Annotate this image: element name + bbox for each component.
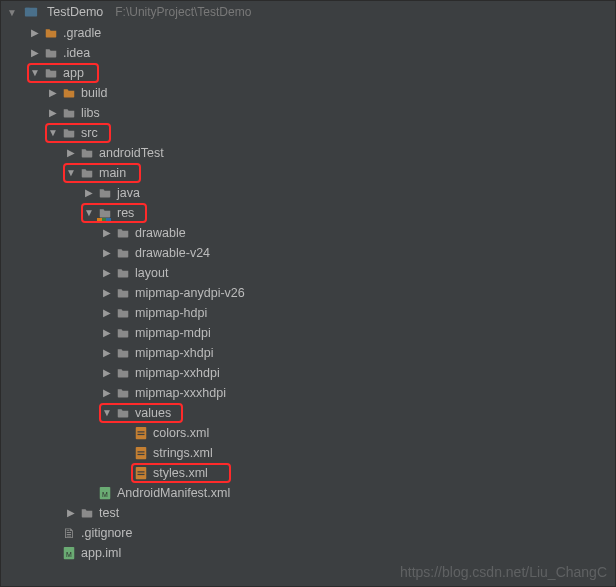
chevron-right-icon[interactable] bbox=[101, 363, 113, 383]
folder-icon bbox=[115, 405, 131, 421]
tree-row[interactable]: build bbox=[1, 83, 615, 103]
tree-row[interactable]: mipmap-xxxhdpi bbox=[1, 383, 615, 403]
folder-icon bbox=[115, 285, 131, 301]
chevron-right-icon[interactable] bbox=[65, 503, 77, 523]
chevron-right-icon[interactable] bbox=[29, 43, 41, 63]
text-file-icon: 🗎 bbox=[61, 525, 77, 541]
tree-item-label: res bbox=[117, 203, 134, 223]
chevron-down-icon[interactable] bbox=[65, 163, 77, 183]
folder-icon bbox=[61, 85, 77, 101]
tree-row[interactable]: src bbox=[1, 123, 615, 143]
tree-row[interactable]: .idea bbox=[1, 43, 615, 63]
folder-icon bbox=[115, 385, 131, 401]
project-header: TestDemo F:\UnityProject\TestDemo bbox=[1, 1, 615, 23]
tree-item-label: drawable-v24 bbox=[135, 243, 210, 263]
tree-item-label: mipmap-hdpi bbox=[135, 303, 207, 323]
tree-item-label: app.iml bbox=[81, 543, 121, 563]
tree-item-label: java bbox=[117, 183, 140, 203]
tree-row[interactable]: MAndroidManifest.xml bbox=[1, 483, 615, 503]
project-path: F:\UnityProject\TestDemo bbox=[115, 5, 251, 19]
chevron-right-icon[interactable] bbox=[101, 243, 113, 263]
chevron-down-icon[interactable] bbox=[101, 403, 113, 423]
chevron-down-icon[interactable] bbox=[83, 203, 95, 223]
svg-rect-8 bbox=[136, 467, 147, 479]
tree-row[interactable]: Mapp.iml bbox=[1, 543, 615, 563]
tree-row[interactable]: layout bbox=[1, 263, 615, 283]
tree-row[interactable]: java bbox=[1, 183, 615, 203]
folder-icon bbox=[61, 125, 77, 141]
folder-icon bbox=[79, 145, 95, 161]
tree-item-label: values bbox=[135, 403, 171, 423]
chevron-right-icon[interactable] bbox=[101, 263, 113, 283]
tree-item-label: .gradle bbox=[63, 23, 101, 43]
tree-row[interactable]: res bbox=[1, 203, 615, 223]
folder-icon bbox=[115, 245, 131, 261]
tree-row[interactable]: mipmap-xxhdpi bbox=[1, 363, 615, 383]
tree-row[interactable]: .gradle bbox=[1, 23, 615, 43]
tree-row[interactable]: values bbox=[1, 403, 615, 423]
tree-item-label: androidTest bbox=[99, 143, 164, 163]
tree-item-label: mipmap-xxhdpi bbox=[135, 363, 220, 383]
folder-icon bbox=[115, 225, 131, 241]
svg-rect-7 bbox=[138, 454, 145, 455]
folder-icon bbox=[43, 25, 59, 41]
tree-row[interactable]: mipmap-anydpi-v26 bbox=[1, 283, 615, 303]
chevron-right-icon[interactable] bbox=[101, 223, 113, 243]
svg-rect-3 bbox=[138, 431, 145, 432]
tree-row[interactable]: drawable bbox=[1, 223, 615, 243]
tree-row[interactable]: app bbox=[1, 63, 615, 83]
folder-icon bbox=[115, 305, 131, 321]
chevron-right-icon[interactable] bbox=[101, 303, 113, 323]
tree-row[interactable]: mipmap-xhdpi bbox=[1, 343, 615, 363]
folder-res-icon bbox=[97, 205, 113, 221]
tree-row[interactable]: 🗎.gitignore bbox=[1, 523, 615, 543]
tree-item-label: AndroidManifest.xml bbox=[117, 483, 230, 503]
project-expand-arrow[interactable] bbox=[7, 7, 17, 18]
tree-row[interactable]: styles.xml bbox=[1, 463, 615, 483]
folder-icon bbox=[115, 345, 131, 361]
chevron-right-icon[interactable] bbox=[101, 383, 113, 403]
chevron-down-icon[interactable] bbox=[29, 63, 41, 83]
chevron-right-icon[interactable] bbox=[65, 143, 77, 163]
chevron-right-icon[interactable] bbox=[47, 83, 59, 103]
manifest-file-icon: M bbox=[97, 485, 113, 501]
chevron-down-icon[interactable] bbox=[47, 123, 59, 143]
tree-row[interactable]: drawable-v24 bbox=[1, 243, 615, 263]
tree-item-label: .gitignore bbox=[81, 523, 132, 543]
folder-icon bbox=[43, 65, 59, 81]
svg-rect-1 bbox=[25, 8, 30, 11]
tree-row[interactable]: strings.xml bbox=[1, 443, 615, 463]
tree-item-label: main bbox=[99, 163, 126, 183]
project-tree[interactable]: .gradle.ideaappbuildlibssrcandroidTestma… bbox=[1, 23, 615, 563]
chevron-right-icon[interactable] bbox=[83, 183, 95, 203]
tree-item-label: mipmap-anydpi-v26 bbox=[135, 283, 245, 303]
tree-item-label: drawable bbox=[135, 223, 186, 243]
folder-icon bbox=[79, 505, 95, 521]
manifest-file-icon: M bbox=[61, 545, 77, 561]
folder-icon bbox=[97, 185, 113, 201]
tree-row[interactable]: colors.xml bbox=[1, 423, 615, 443]
folder-icon bbox=[115, 325, 131, 341]
xml-file-icon bbox=[133, 425, 149, 441]
tree-item-label: strings.xml bbox=[153, 443, 213, 463]
tree-row[interactable]: androidTest bbox=[1, 143, 615, 163]
tree-item-label: build bbox=[81, 83, 107, 103]
svg-rect-6 bbox=[138, 451, 145, 452]
folder-icon bbox=[115, 265, 131, 281]
tree-row[interactable]: libs bbox=[1, 103, 615, 123]
tree-row[interactable]: main bbox=[1, 163, 615, 183]
tree-row[interactable]: mipmap-mdpi bbox=[1, 323, 615, 343]
chevron-right-icon[interactable] bbox=[101, 323, 113, 343]
folder-icon bbox=[43, 45, 59, 61]
tree-row[interactable]: mipmap-hdpi bbox=[1, 303, 615, 323]
tree-row[interactable]: test bbox=[1, 503, 615, 523]
tree-item-label: test bbox=[99, 503, 119, 523]
svg-rect-9 bbox=[138, 471, 145, 472]
chevron-right-icon[interactable] bbox=[101, 343, 113, 363]
chevron-right-icon[interactable] bbox=[101, 283, 113, 303]
chevron-right-icon[interactable] bbox=[29, 23, 41, 43]
tree-item-label: mipmap-xxxhdpi bbox=[135, 383, 226, 403]
tree-item-label: mipmap-xhdpi bbox=[135, 343, 214, 363]
project-title: TestDemo bbox=[47, 5, 103, 19]
chevron-right-icon[interactable] bbox=[47, 103, 59, 123]
